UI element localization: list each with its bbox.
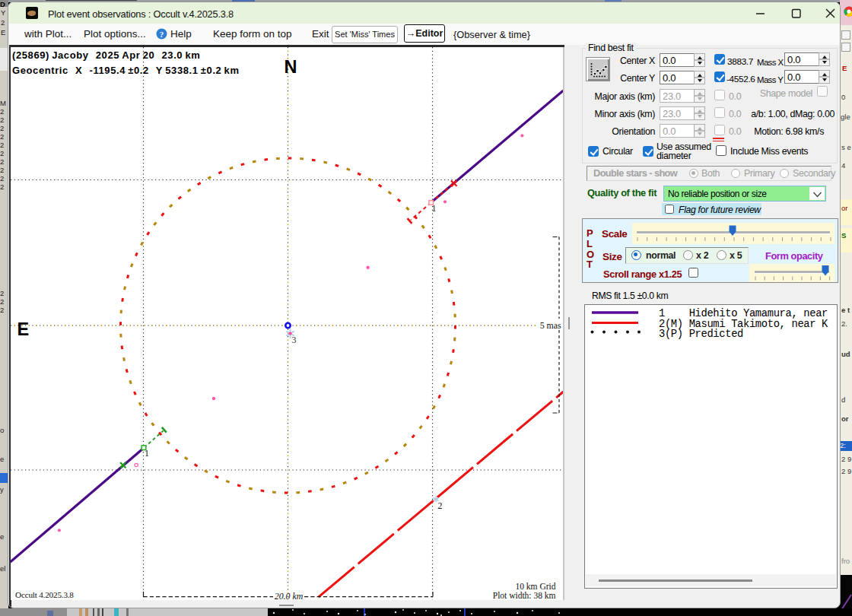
svg-text:20.0 km: 20.0 km — [275, 591, 304, 600]
svg-text:N: N — [285, 57, 297, 77]
svg-text:Occult 4.2025.3.8: Occult 4.2025.3.8 — [15, 590, 74, 599]
svg-text:(25869) Jacoby 2025 Apr 20 2: (25869) Jacoby 2025 Apr 20 23.0 km — [12, 49, 200, 61]
svg-text:3: 3 — [292, 335, 297, 345]
svg-text:?: ? — [160, 30, 164, 39]
svg-text:2: 2 — [438, 500, 443, 511]
svg-text:1: 1 — [145, 448, 149, 459]
svg-text:10 km Grid: 10 km Grid — [515, 582, 555, 591]
svg-text:5 mas: 5 mas — [540, 320, 561, 331]
svg-text:1: 1 — [432, 203, 437, 214]
svg-text:Plot width: 38 km: Plot width: 38 km — [493, 591, 556, 600]
svg-text:Geocentric X -1195.4 ±0.2 Y: Geocentric X -1195.4 ±0.2 Y 5338.1 ±0.2 … — [12, 65, 240, 76]
svg-text:E: E — [17, 319, 30, 339]
